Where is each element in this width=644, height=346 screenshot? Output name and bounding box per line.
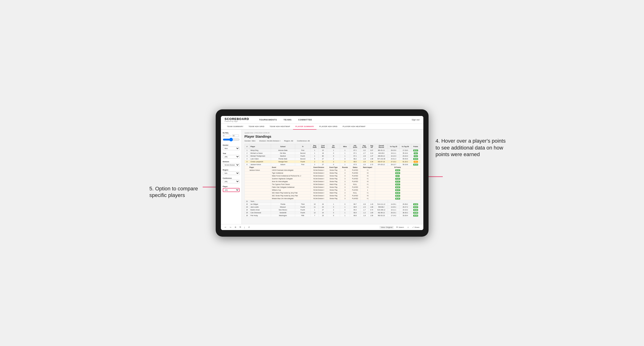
- expanded-data-row: Southern Highlands Collegiate NCAA Divis…: [244, 177, 420, 180]
- sidebar-region-section: Region N/A: [223, 169, 240, 175]
- expanded-data-row: Tiger Invitational NCAA Division I Strok…: [244, 172, 420, 174]
- sidebar-no-rds-range: –: [223, 134, 240, 137]
- nav-bar: SCOREBOARD Powered by clippi TOURNAMENTS…: [221, 116, 423, 124]
- divider: |: [243, 226, 246, 229]
- table-row: 26 Petr Hruby Washington Fifth 7 23 0 1 …: [244, 214, 420, 217]
- col-vs50: Vs Top 50: [400, 144, 411, 149]
- table-row: 1 Wenyi Ding Arizona State First 1 15 1 …: [244, 149, 420, 152]
- expanded-data-row: SEC Stroke Play hosted by Jerry Pate NCA…: [244, 194, 420, 197]
- col-reg-rank: RegRank: [310, 144, 319, 149]
- sub-nav-player-summary[interactable]: PLAYER SUMMARY: [293, 124, 316, 130]
- col-avg-par: Avg.to Par: [360, 144, 368, 149]
- col-school: School: [271, 144, 295, 149]
- expanded-data-row: SEC Match Play hosted by Jerry Pate NCAA…: [244, 191, 420, 194]
- sidebar-no-rds: No Rds. –: [223, 132, 240, 142]
- redo-button[interactable]: ↪: [229, 226, 232, 229]
- main-content: No Rds. – Gender Men: [221, 130, 423, 224]
- col-points: Points: [411, 144, 420, 149]
- col-vs25: Vs Top 25: [388, 144, 400, 149]
- table-area: Update time: 27/01/2024 16:56:26 Player …: [242, 130, 423, 224]
- share-button[interactable]: ⤢ Share: [411, 226, 420, 229]
- table-header-row: # Player School Yr RegRank ConfRank NoRd…: [244, 144, 420, 149]
- sidebar-gender-label: Gender: [223, 144, 240, 146]
- sidebar-division-section: Division NCAA Division I: [223, 161, 240, 167]
- copy-button[interactable]: ⧉: [239, 226, 242, 229]
- sidebar-player-section: Player (All): [223, 186, 240, 192]
- sidebar-player-select[interactable]: (All): [223, 188, 240, 192]
- col-conf-rank: ConfRank: [319, 144, 327, 149]
- logo-area: SCOREBOARD Powered by clippi: [225, 117, 249, 122]
- expanded-data-row: Fallen Oak Collegiate Invitational NCAA …: [244, 186, 420, 189]
- col-player: Player: [250, 144, 271, 149]
- annotation-right: 4. Hover over a player's points to see a…: [436, 138, 506, 158]
- expanded-data-row: Mirabei Maui Jim Intercollegiate NCAA Di…: [244, 197, 420, 200]
- sub-nav-player-h2h-heatmap[interactable]: PLAYER H2H HEATMAP: [340, 124, 368, 129]
- sidebar-year-select[interactable]: (All): [223, 155, 240, 159]
- sidebar-gender-select[interactable]: Men: [223, 147, 240, 150]
- table-row: 4 Luke Claton Florida State Second 5 27 …: [244, 158, 420, 160]
- table-row: 3 Michael Thorbjornsen Stanford Fourth 1…: [244, 155, 420, 158]
- sub-nav-team-summary[interactable]: TEAM SUMMARY: [225, 124, 246, 129]
- filter-conference: Conference: All: [297, 140, 310, 142]
- expanded-data-row: The Cypress Point Classic NCAA Division …: [244, 183, 420, 186]
- nav-teams[interactable]: TEAMS: [283, 118, 292, 122]
- table-row: 25 Cole Sherwood Vanderbilt Fourth 12 24…: [244, 211, 420, 214]
- sidebar-no-rds-label: No Rds.: [223, 132, 240, 134]
- nav-committee[interactable]: COMMITTEE: [298, 118, 313, 122]
- sidebar-no-rds-max[interactable]: [232, 134, 239, 137]
- export-button[interactable]: ⤓: [406, 226, 410, 229]
- sidebar-gender-section: Gender Men: [223, 144, 240, 150]
- filter-region: Region: All: [284, 140, 293, 142]
- nav-tournaments[interactable]: TOURNAMENTS: [258, 118, 277, 122]
- sidebar-division-select[interactable]: NCAA Division I: [223, 163, 240, 167]
- sidebar-player-label: Player: [223, 186, 240, 187]
- settings-button[interactable]: ⚙: [234, 226, 237, 229]
- col-avg-sg: AvgSG: [368, 144, 375, 149]
- table-title: Player Standings: [244, 135, 420, 138]
- sidebar-division-label: Division: [223, 161, 240, 163]
- view-label[interactable]: View: Original: [379, 226, 394, 229]
- sidebar-conference-section: Conference (All): [223, 177, 240, 183]
- expanded-header-row: Player Event Event Division Event Type R…: [244, 166, 420, 169]
- sidebar: No Rds. – Gender Men: [221, 130, 242, 224]
- table-row: 22 Ian Gilligan Florida Third 10 24 1 0 …: [244, 203, 420, 206]
- sidebar-region-label: Region: [223, 169, 240, 171]
- tablet-screen: SCOREBOARD Powered by clippi TOURNAMENTS…: [221, 116, 423, 230]
- sign-out-link[interactable]: Sign out: [412, 119, 419, 121]
- sidebar-conference-select[interactable]: (All): [223, 180, 240, 183]
- table-row-highlighted: 5 Christo Lamprecht Georgia Tech Fourth …: [244, 160, 420, 163]
- sub-nav-player-h2h-grid[interactable]: PLAYER H2H GRID: [317, 124, 340, 129]
- expanded-data-row: Wake Forest Invitational at Pinehurst No…: [244, 174, 420, 177]
- logo-sub: Powered by clippi: [225, 120, 249, 122]
- col-rank: #: [244, 144, 250, 149]
- sidebar-year-label: Year: [223, 153, 240, 154]
- col-adj-score: Adj.Score: [350, 144, 360, 149]
- expanded-data-row: Jackson Koirun UNCW Seahawk Intercollegi…: [244, 169, 420, 172]
- clock-button[interactable]: ⏱: [247, 226, 251, 229]
- sidebar-year-section: Year (All): [223, 153, 240, 159]
- logo-text: SCOREBOARD: [225, 117, 249, 120]
- col-no-rds: NoRds.: [327, 144, 340, 149]
- table-row: 24 Bastien Amat New Mexico Fourth 1 27 2…: [244, 208, 420, 211]
- col-overall: OverallRecord: [375, 144, 388, 149]
- col-yr: Yr: [295, 144, 310, 149]
- annotation-left: 5. Option to compare specific players: [150, 185, 211, 199]
- undo-button[interactable]: ↩: [224, 226, 227, 229]
- tablet-frame: SCOREBOARD Powered by clippi TOURNAMENTS…: [216, 109, 428, 237]
- sidebar-no-rds-min[interactable]: [223, 134, 230, 137]
- sidebar-conference-label: Conference: [223, 177, 240, 179]
- sidebar-region-select[interactable]: N/A: [223, 172, 240, 175]
- expanded-data-row: Williams Cup NCAA Division I Stroke Play…: [244, 189, 420, 191]
- sub-nav-team-h2h-grid[interactable]: TEAM H2H GRID: [246, 124, 267, 129]
- sidebar-no-rds-slider[interactable]: [223, 138, 240, 142]
- watch-button[interactable]: 👁 Watch: [395, 226, 405, 229]
- expanded-data-row: Amer An Intercollegiate NCAA Division I …: [244, 180, 420, 183]
- standings-table: # Player School Yr RegRank ConfRank NoRd…: [244, 144, 420, 217]
- sub-nav: TEAM SUMMARY TEAM H2H GRID TEAM H2H HEAT…: [221, 124, 423, 130]
- table-row: 23 Jack Lundin Missouri Fourth 11 24 0 1…: [244, 206, 420, 208]
- table-row: 6 Jackson Koirun Auburn First 2 27 0 1 6…: [244, 163, 420, 166]
- filter-row: Gender: Men Division: NCAA Division I Re…: [244, 140, 420, 142]
- bottom-toolbar: ↩ ↪ ⚙ ⧉ | ⏱ View: Original 👁 Watch ⤓ ⤢ S…: [221, 224, 423, 230]
- sub-nav-team-h2h-heatmap[interactable]: TEAM H2H HEATMAP: [267, 124, 292, 129]
- table-row: 2 Michael La Sasso Ole Miss Second 1 18 …: [244, 152, 420, 155]
